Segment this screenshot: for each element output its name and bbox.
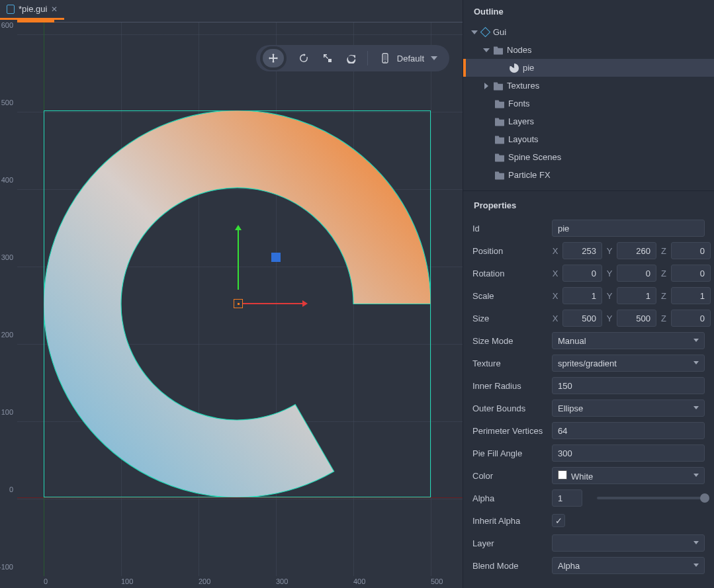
- folder-icon: [495, 171, 504, 180]
- rotation-z-field[interactable]: [671, 265, 711, 282]
- canvas[interactable]: [17, 22, 463, 576]
- color-select[interactable]: White: [552, 467, 705, 484]
- svg-rect-1: [383, 55, 386, 60]
- position-z-field[interactable]: [671, 242, 711, 259]
- prop-label-layer: Layer: [472, 538, 545, 548]
- viewport-toolbar: Default: [256, 45, 449, 71]
- tree-row-pie[interactable]: pie: [463, 59, 714, 77]
- disclosure-icon[interactable]: [471, 29, 478, 36]
- chevron-down-icon: [431, 56, 437, 63]
- properties-panel: Properties Id Position X Y Z Rotation X …: [463, 194, 714, 588]
- side-pane: Outline Gui Nodes pie Textures Fonts Lay…: [463, 0, 714, 588]
- rotation-x-field[interactable]: [562, 265, 602, 282]
- texture-select[interactable]: sprites/gradient: [552, 355, 705, 372]
- chevron-down-icon: [693, 339, 699, 345]
- pie-icon: [510, 63, 519, 73]
- prop-label-outer-bounds: Outer Bounds: [472, 403, 545, 413]
- outline-title: Outline: [463, 0, 714, 23]
- disclosure-icon[interactable]: [483, 47, 490, 54]
- size-x-field[interactable]: [562, 310, 602, 327]
- file-icon: [7, 5, 15, 14]
- tree-row-textures[interactable]: Textures: [463, 77, 714, 95]
- size-z-field[interactable]: [671, 310, 711, 327]
- tree-label: Spine Scenes: [508, 152, 561, 162]
- svg-point-2: [384, 61, 386, 62]
- tree-row-nodes[interactable]: Nodes: [463, 41, 714, 59]
- folder-icon: [494, 46, 503, 55]
- origin-axis-x: [17, 497, 463, 498]
- alpha-slider[interactable]: [597, 497, 705, 499]
- pie-fill-angle-field[interactable]: [552, 444, 705, 462]
- gizmo-axis-y[interactable]: [238, 227, 239, 290]
- slider-thumb[interactable]: [700, 493, 709, 503]
- gizmo-origin-handle[interactable]: [234, 299, 243, 308]
- prop-label-color: Color: [472, 471, 545, 481]
- ruler-horizontal-labels: 0 100 200 300 400 500: [17, 576, 463, 588]
- prop-label-size-mode: Size Mode: [472, 336, 545, 346]
- move-icon: [268, 53, 279, 63]
- id-field[interactable]: [552, 220, 705, 237]
- canvas-area[interactable]: 600 500 400 300 200 100 0 -100: [0, 20, 463, 588]
- refresh-icon: [346, 53, 357, 63]
- scale-icon: [322, 53, 333, 63]
- tree-label: Layers: [508, 116, 534, 126]
- chevron-down-icon: [693, 474, 699, 480]
- alpha-field[interactable]: [552, 489, 582, 507]
- size-mode-select[interactable]: Manual: [552, 332, 705, 349]
- prop-label-id: Id: [472, 224, 545, 233]
- prop-label-perimeter-vertices: Perimeter Vertices: [472, 426, 545, 436]
- prop-label-size: Size: [472, 314, 545, 323]
- tree-label: pie: [523, 63, 534, 73]
- tree-row-fonts[interactable]: Fonts: [463, 95, 714, 112]
- rotation-y-field[interactable]: [617, 265, 656, 282]
- layout-dropdown-label: Default: [397, 54, 424, 63]
- scale-handle[interactable]: [271, 253, 281, 262]
- size-y-field[interactable]: [617, 310, 656, 327]
- rotate-icon: [298, 53, 309, 63]
- rotate-tool-button[interactable]: [293, 49, 314, 67]
- prop-label-pie-fill-angle: Pie Fill Angle: [472, 448, 545, 458]
- gizmo-axis-x[interactable]: [243, 303, 306, 304]
- tree-label: Gui: [493, 27, 506, 37]
- prop-label-inherit-alpha: Inherit Alpha: [472, 516, 545, 526]
- prop-label-scale: Scale: [472, 291, 545, 301]
- scale-z-field[interactable]: [671, 287, 711, 304]
- position-y-field[interactable]: [617, 242, 656, 259]
- ruler-vertical-labels: 600 500 400 300 200 100 0 -100: [0, 22, 17, 576]
- layout-dropdown[interactable]: Default: [373, 48, 445, 69]
- tree-label: Textures: [507, 81, 539, 91]
- move-tool-button[interactable]: [263, 49, 284, 67]
- chevron-down-icon: [693, 541, 699, 547]
- inherit-alpha-checkbox[interactable]: ✓: [552, 514, 565, 527]
- tree-label: Nodes: [507, 45, 532, 55]
- tree-row-particle-fx[interactable]: Particle FX: [463, 166, 714, 184]
- tree-row-layers[interactable]: Layers: [463, 112, 714, 130]
- editor-pane: *pie.gui ✕ 600 500 400 300 200 100 0 -10…: [0, 0, 463, 588]
- scale-y-field[interactable]: [617, 287, 656, 304]
- close-icon[interactable]: ✕: [51, 5, 58, 14]
- layer-select[interactable]: [552, 534, 705, 552]
- color-swatch-icon: [558, 470, 567, 480]
- disclosure-icon[interactable]: [483, 83, 490, 89]
- tab-pie-gui[interactable]: *pie.gui ✕: [0, 0, 64, 20]
- tree-label: Particle FX: [508, 170, 551, 180]
- chevron-down-icon: [693, 564, 699, 569]
- scale-tool-button[interactable]: [317, 49, 338, 67]
- prop-label-position: Position: [472, 246, 545, 256]
- outer-bounds-select[interactable]: Ellipse: [552, 399, 705, 417]
- refresh-button[interactable]: [341, 49, 362, 67]
- tree-row-spine-scenes[interactable]: Spine Scenes: [463, 148, 714, 166]
- tree-row-layouts[interactable]: Layouts: [463, 130, 714, 148]
- tree-row-gui[interactable]: Gui: [463, 23, 714, 41]
- prop-label-blend-mode: Blend Mode: [472, 561, 545, 571]
- prop-label-texture: Texture: [472, 358, 545, 368]
- properties-title: Properties: [463, 194, 714, 217]
- device-icon: [380, 53, 390, 63]
- blend-mode-select[interactable]: Alpha: [552, 557, 705, 574]
- scale-x-field[interactable]: [562, 287, 602, 304]
- inner-radius-field[interactable]: [552, 377, 705, 394]
- perimeter-vertices-field[interactable]: [552, 422, 705, 439]
- position-x-field[interactable]: [562, 242, 602, 259]
- chevron-down-icon: [693, 406, 699, 412]
- prop-label-inner-radius: Inner Radius: [472, 381, 545, 391]
